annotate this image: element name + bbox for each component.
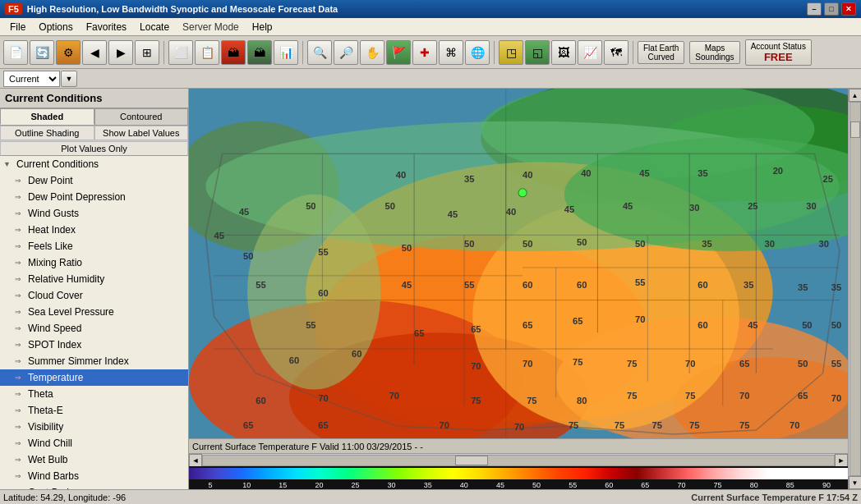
menu-favorites[interactable]: Favorites	[80, 20, 133, 34]
svg-text:65: 65	[243, 420, 253, 430]
statusbar-info: Current Surface Temperature F 17:54 Z	[691, 493, 858, 502]
map-inner: 40 35 40 40 45 35 20 25 45 50 50 45	[189, 89, 848, 489]
tree-item-cloud-cover[interactable]: ⇒ Cloud Cover	[0, 287, 188, 304]
item-arrow: ⇒	[15, 259, 26, 267]
tree-item-dew-point-depression[interactable]: ⇒ Dew Point Depression	[0, 189, 188, 205]
tb-btn6[interactable]: ⬜	[168, 40, 193, 65]
vscroll-thumb[interactable]	[850, 121, 860, 138]
scale-label-70: 70	[663, 481, 699, 489]
tree-item-visibility[interactable]: ⇒ Visibility	[0, 419, 188, 435]
menu-file[interactable]: File	[3, 20, 32, 34]
tb-search1-button[interactable]: 🔍	[307, 40, 332, 65]
toolbar-sep2	[302, 41, 303, 64]
tb-grid-button[interactable]: ⊞	[135, 40, 159, 65]
tree-item-spot-index[interactable]: ⇒ SPOT Index	[0, 337, 188, 353]
tb-settings-button[interactable]: ⚙	[56, 40, 81, 65]
map-area[interactable]: 40 35 40 40 45 35 20 25 45 50 50 45	[189, 89, 861, 489]
tree-item-wet-bulb[interactable]: ⇒ Wet Bulb	[0, 451, 188, 468]
scroll-thumb[interactable]	[455, 456, 488, 465]
app-icon: F5	[5, 3, 22, 15]
tb-btn8[interactable]: 🏔	[221, 40, 246, 65]
tab-contoured[interactable]: Contoured	[94, 108, 189, 125]
scroll-right-button[interactable]: ►	[835, 454, 848, 467]
tree-item-temperature[interactable]: ⇒ Temperature	[0, 369, 188, 386]
tb-flag-button[interactable]: 🚩	[386, 40, 411, 65]
scale-label-90: 90	[808, 481, 845, 489]
plot-values-only-button[interactable]: Plot Values Only	[0, 141, 188, 156]
menu-server-mode[interactable]: Server Mode	[176, 20, 246, 34]
item-arrow: ⇒	[15, 226, 26, 234]
scroll-down-button[interactable]: ▼	[849, 476, 862, 489]
scale-label-55: 55	[555, 481, 591, 489]
tree-item-wind-gusts[interactable]: ⇒ Wind Gusts	[0, 205, 188, 222]
outline-shading-button[interactable]: Outline Shading	[0, 126, 94, 140]
tree-item-sea-level-pressure[interactable]: ⇒ Sea Level Pressure	[0, 304, 188, 320]
tb-cross-button[interactable]: ✚	[412, 40, 437, 65]
current-dropdown[interactable]: Current Forecast	[3, 71, 60, 87]
tree-item-label: Dew Point Depression	[28, 191, 126, 203]
tb-layer1-button[interactable]: ◳	[499, 40, 523, 65]
svg-text:50: 50	[831, 320, 841, 330]
svg-text:65: 65	[523, 320, 532, 330]
tree-item-label: Dew Point	[28, 175, 73, 186]
menu-locate[interactable]: Locate	[133, 20, 176, 34]
svg-text:55: 55	[306, 320, 315, 330]
tree-item-theta[interactable]: ⇒ Theta	[0, 386, 188, 402]
maps-button[interactable]: Maps Soundings	[689, 41, 739, 64]
tb-layer2-button[interactable]: ◱	[525, 40, 550, 65]
close-button[interactable]: ✕	[841, 2, 856, 16]
menubar: File Options Favorites Locate Server Mod…	[0, 18, 861, 36]
flat-earth-button[interactable]: Flat Earth Curved	[638, 41, 684, 64]
tb-back-button[interactable]: ◀	[82, 40, 107, 65]
vscroll-track[interactable]	[849, 102, 861, 476]
tb-globe-button[interactable]: 🌐	[465, 40, 490, 65]
dropdown-arrow-button[interactable]: ▼	[61, 71, 77, 87]
tree-item-relative-humidity[interactable]: ⇒ Relative Humidity	[0, 271, 188, 287]
tb-refresh-button[interactable]: 🔄	[30, 40, 54, 65]
vertical-scrollbar[interactable]: ▲ ▼	[848, 89, 861, 489]
svg-text:50: 50	[798, 359, 808, 369]
tree-item-wind-chill[interactable]: ⇒ Wind Chill	[0, 435, 188, 451]
tb-photo-button[interactable]: 🖼	[551, 40, 576, 65]
map-canvas[interactable]: 40 35 40 40 45 35 20 25 45 50 50 45	[189, 89, 848, 438]
tree-item-feels-like[interactable]: ⇒ Feels Like	[0, 238, 188, 254]
tb-btn9[interactable]: 🏔	[247, 40, 272, 65]
tree-item-mixing-ratio[interactable]: ⇒ Mixing Ratio	[0, 254, 188, 271]
scroll-track[interactable]	[202, 455, 835, 466]
tb-btn10[interactable]: 📊	[274, 40, 298, 65]
tb-tool1-button[interactable]: ⌘	[439, 40, 463, 65]
item-arrow: ⇒	[15, 193, 26, 201]
svg-text:65: 65	[573, 316, 582, 326]
svg-text:45: 45	[239, 207, 249, 217]
scroll-left-button[interactable]: ◄	[189, 454, 202, 467]
minimize-button[interactable]: –	[807, 2, 822, 16]
tb-map-button[interactable]: 🗺	[604, 40, 628, 65]
tb-btn7[interactable]: 📋	[195, 40, 219, 65]
tb-graph-button[interactable]: 📈	[578, 40, 602, 65]
show-label-values-button[interactable]: Show Label Values	[94, 126, 189, 140]
tree-item-label: Theta	[28, 388, 53, 400]
maximize-button[interactable]: □	[824, 2, 839, 16]
scroll-up-button[interactable]: ▲	[849, 89, 862, 102]
tb-new-button[interactable]: 📄	[3, 40, 28, 65]
tb-forward-button[interactable]: ▶	[108, 40, 133, 65]
toolbar: 📄 🔄 ⚙ ◀ ▶ ⊞ ⬜ 📋 🏔 🏔 📊 🔍 🔎 ✋ 🚩 ✚ ⌘ 🌐 ◳ ◱ …	[0, 36, 861, 69]
tree-item-dew-point[interactable]: ⇒ Dew Point	[0, 172, 188, 189]
menu-help[interactable]: Help	[246, 20, 279, 34]
svg-text:50: 50	[243, 251, 253, 261]
tree-item-summer-simmer[interactable]: ⇒ Summer Simmer Index	[0, 353, 188, 369]
toolbar-sep4	[633, 41, 633, 64]
tree-item-heat-index[interactable]: ⇒ Heat Index	[0, 222, 188, 238]
tree-item-current-conditions[interactable]: ▼ Current Conditions	[0, 156, 188, 172]
tb-search2-button[interactable]: 🔎	[334, 40, 358, 65]
tree-item-wind-speed[interactable]: ⇒ Wind Speed	[0, 320, 188, 337]
tab-shaded[interactable]: Shaded	[0, 108, 94, 125]
scale-label-25: 25	[337, 481, 373, 489]
svg-text:75: 75	[627, 392, 637, 401]
tree-item-wind-barbs[interactable]: ⇒ Wind Barbs	[0, 468, 188, 484]
horizontal-scrollbar[interactable]: ◄ ►	[189, 453, 848, 466]
menu-options[interactable]: Options	[32, 20, 79, 34]
tb-hand-button[interactable]: ✋	[360, 40, 384, 65]
tree-item-theta-e[interactable]: ⇒ Theta-E	[0, 402, 188, 419]
svg-text:70: 70	[523, 359, 532, 369]
